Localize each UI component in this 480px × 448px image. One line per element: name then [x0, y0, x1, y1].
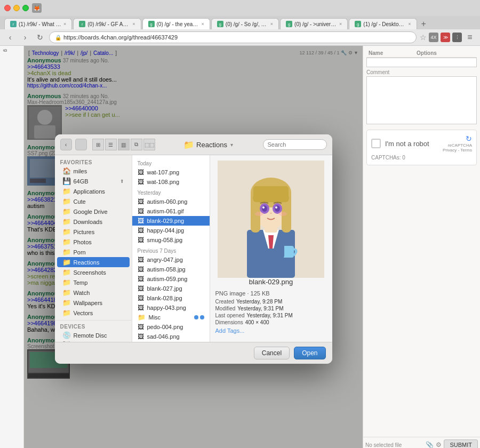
view-coverflow-btn[interactable]: ⬚⬚	[143, 139, 155, 150]
sidebar-item-photos[interactable]: 📁 Photos	[57, 237, 130, 247]
sidebar-item-miles[interactable]: 🏠 miles	[57, 166, 130, 176]
new-tab-button[interactable]: +	[418, 19, 429, 29]
dialog-search-input[interactable]	[263, 139, 327, 150]
view-icon-btn[interactable]: ⊞	[92, 139, 104, 150]
view-list-btn[interactable]: ☰	[105, 139, 117, 150]
extension-icon-1[interactable]: 4X	[429, 33, 438, 42]
file-angry-047[interactable]: 🖼 angry-047.jpg	[132, 255, 210, 265]
cute-icon: 📁	[62, 197, 71, 205]
tab-6[interactable]: g (1) /g/ - Desktop t... ×	[349, 18, 417, 29]
file-name-wat108: wat-108.png	[147, 179, 204, 185]
dropdown-arrow[interactable]: ▾	[230, 142, 233, 148]
file-happy-043[interactable]: 🖼 happy-043.png	[132, 303, 210, 313]
sidebar-item-porn[interactable]: 📁 Porn	[57, 247, 130, 257]
file-autism-060[interactable]: 🖼 autism-060.png	[132, 197, 210, 206]
tab-1-close[interactable]: ×	[63, 21, 66, 27]
file-autism-058[interactable]: 🖼 autism-058.jpg	[132, 265, 210, 274]
photos-icon: 📁	[62, 238, 71, 246]
tab-bar: r (1) /r9k/ - What d... × r (0) /r9k/ - …	[0, 16, 480, 29]
menu-button[interactable]: ≡	[464, 31, 476, 43]
add-tags-link[interactable]: Add Tags...	[215, 327, 327, 334]
file-attach-icon[interactable]: 📎	[426, 441, 434, 448]
comment-textarea[interactable]	[366, 76, 477, 124]
sidebar-temp-label: Temp	[74, 279, 88, 286]
svg-point-21	[266, 192, 276, 198]
tab-1[interactable]: r (1) /r9k/ - What d... ×	[4, 18, 72, 29]
sidebar-item-64gb[interactable]: 💾 64GB ⬆	[57, 176, 130, 186]
sidebar-item-google-drive[interactable]: 📁 Google Drive	[57, 206, 130, 217]
refresh-button[interactable]: ↻	[34, 31, 46, 43]
view-buttons: ⊞ ☰ ▥ ⧉ ⬚⬚	[92, 139, 155, 150]
window-controls[interactable]	[4, 5, 29, 11]
bookmark-icon[interactable]: ☆	[420, 33, 427, 42]
forward-button[interactable]: ›	[19, 31, 31, 43]
tab-2[interactable]: r (0) /r9k/ - GF APR... ×	[73, 18, 141, 29]
file-smug-058[interactable]: 🖼 smug-058.jpg	[132, 235, 210, 245]
minimize-button[interactable]	[13, 5, 20, 11]
tab-4[interactable]: g (0) /g/ - So /g/, wh... ×	[211, 18, 279, 29]
extension-icon-3[interactable]: ⋮	[452, 33, 462, 42]
file-sad-046[interactable]: 🖼 sad-046.png	[132, 332, 210, 341]
captcha-checkbox[interactable]	[371, 139, 381, 148]
open-button[interactable]: Open	[294, 347, 325, 359]
dialog-sidebar: Favorites 🏠 miles 💾 64GB ⬆ 📁	[55, 155, 132, 342]
tab-4-close[interactable]: ×	[270, 21, 273, 27]
sidebar-item-temp[interactable]: 📁 Temp	[57, 277, 130, 287]
file-status: No selected file	[365, 442, 423, 448]
file-wat-107[interactable]: 🖼 wat-107.png	[132, 167, 210, 177]
svg-point-22	[276, 194, 289, 202]
file-name-misc: Misc	[149, 314, 191, 321]
file-autism-059[interactable]: 🖼 autism-059.png	[132, 274, 210, 284]
maximize-button[interactable]	[22, 5, 29, 11]
file-name-happy044: happy-044.jpg	[147, 227, 204, 234]
view-columns-btn[interactable]: ▥	[118, 139, 130, 150]
file-autism-061[interactable]: 🖼 autism-061.gif	[132, 206, 210, 216]
dialog-back-button[interactable]: ‹	[60, 139, 72, 150]
svg-rect-32	[276, 241, 284, 259]
applications-icon: 📁	[62, 187, 71, 195]
tab-4-label: (0) /g/ - So /g/, wh...	[226, 21, 268, 27]
name-input[interactable]	[366, 58, 477, 67]
sidebar-item-remote-disc[interactable]: 💿 Remote Disc	[57, 330, 130, 340]
tab-5[interactable]: g (0) /g/ - >universit... ×	[280, 18, 348, 29]
folder-icon: 📁	[183, 140, 194, 150]
tab-5-close[interactable]: ×	[339, 21, 342, 27]
file-settings-icon[interactable]: ⚙	[436, 441, 442, 448]
tab-3[interactable]: g (0) /g/ - the year ... ×	[142, 18, 210, 29]
file-blank-027[interactable]: 🖼 blank-027.jpg	[132, 284, 210, 293]
sidebar-item-vectors[interactable]: 📁 Vectors	[57, 308, 130, 318]
extension-icon-2[interactable]: ≫	[441, 33, 450, 42]
sidebar-pictures-label: Pictures	[74, 229, 95, 235]
captcha-count: CAPTCHAs: 0	[371, 155, 472, 161]
file-pedo-004[interactable]: 🖼 pedo-004.png	[132, 322, 210, 332]
sidebar-vectors-label: Vectors	[74, 310, 93, 316]
file-wat-108[interactable]: 🖼 wat-108.png	[132, 177, 210, 187]
anime-character-svg	[218, 161, 324, 278]
close-button[interactable]	[4, 5, 11, 11]
tab-2-close[interactable]: ×	[132, 21, 135, 27]
tab-6-close[interactable]: ×	[408, 21, 411, 27]
sidebar-item-watch[interactable]: 📁 Watch	[57, 287, 130, 298]
view-cover-btn[interactable]: ⧉	[131, 139, 142, 150]
preview-modified-row: Modified Yesterday, 9:31 PM	[215, 306, 327, 311]
dialog-forward-button[interactable]: ›	[75, 139, 87, 150]
sidebar-item-pictures[interactable]: 📁 Pictures	[57, 227, 130, 237]
cancel-button[interactable]: Cancel	[254, 347, 290, 359]
file-blank-028[interactable]: 🖼 blank-028.jpg	[132, 293, 210, 303]
back-button[interactable]: ‹	[4, 31, 16, 43]
file-misc[interactable]: 📁 Misc	[132, 313, 210, 322]
sidebar-item-screenshots[interactable]: 📁 Screenshots	[57, 267, 130, 277]
sidebar-item-applications[interactable]: 📁 Applications	[57, 186, 130, 196]
scroll-indicator: ⬆	[120, 179, 124, 184]
sidebar-item-reactions[interactable]: 📁 Reactions	[57, 257, 130, 267]
reactions-icon: 📁	[62, 258, 71, 266]
file-happy-044[interactable]: 🖼 happy-044.jpg	[132, 226, 210, 235]
submit-button[interactable]: SUBMIT	[444, 439, 478, 448]
sidebar-item-cute[interactable]: 📁 Cute	[57, 196, 130, 206]
sidebar-item-wallpapers[interactable]: 📁 Wallpapers	[57, 298, 130, 308]
tab-3-close[interactable]: ×	[202, 21, 204, 27]
address-bar[interactable]: 🔒 https://boards.4chan.org/g/thread/4663…	[49, 31, 417, 43]
sidebar-item-downloads[interactable]: 📁 Downloads	[57, 217, 130, 227]
today-header: Today	[132, 157, 210, 167]
file-blank-029[interactable]: 🖼 blank-029.png	[132, 216, 210, 226]
